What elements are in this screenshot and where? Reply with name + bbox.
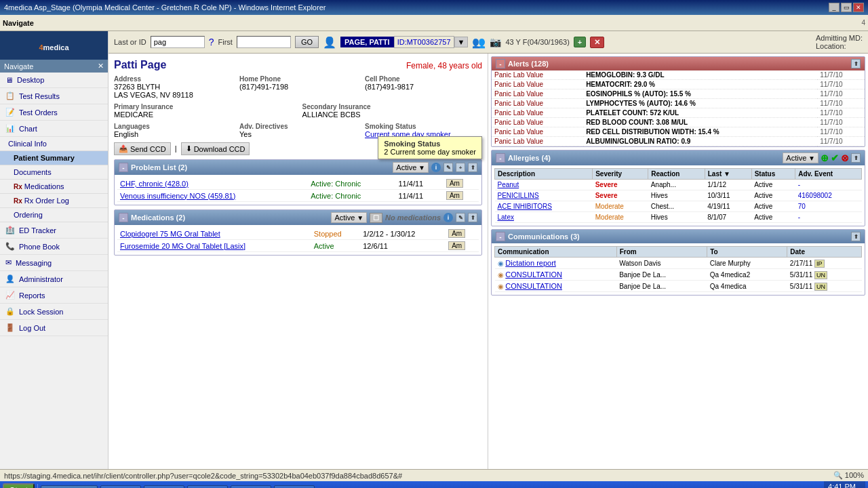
allergies-nkda-icon[interactable]: ⊗ [841,152,849,163]
allergy-name[interactable]: Latex [495,212,593,223]
taskbar-ie-btn[interactable]: e [187,485,228,489]
allergies-check-icon[interactable]: ✔ [831,152,839,163]
comm-name[interactable]: ◉ CONSULTATION [495,269,617,281]
taskbar-4medica-btn[interactable]: 4medica Asp... [41,485,98,489]
camera-icon: 📷 [490,37,501,47]
logout-icon: 🚪 [5,323,15,332]
secondary-insurance-label: Secondary Insurance [302,103,483,110]
allergy-last: 1/1/12 [705,180,751,190]
allergies-add-icon[interactable]: ⊕ [821,152,829,163]
allergy-name[interactable]: Peanut [495,180,593,190]
smoking-status-label: Smoking Status [365,123,482,130]
rx-icon: Rx [14,183,22,190]
allergy-name[interactable]: ACE INHIBITORS [495,201,593,212]
sidebar-item-clinical-info[interactable]: Clinical Info [0,137,108,151]
start-button[interactable]: Start [3,483,35,488]
medications-collapse-btn[interactable]: - [119,213,128,222]
alert-row: Panic Lab Value LYMPHOCYTES % (AUTO): 14… [492,99,865,108]
medications-expand-icon[interactable]: ⬆ [468,213,477,222]
send-icon: 📤 [119,144,128,153]
go-button[interactable]: GO [295,36,319,48]
download-ccd-button[interactable]: ⬇ Download CCD [181,142,250,155]
first-input[interactable] [237,36,291,48]
comm-from: Watson Davis [616,258,707,269]
comm-name[interactable]: ◉ Dictation report [495,258,617,269]
medications-section: - Medications (2) Active ▼ ☐ No medicati… [114,209,482,256]
sidebar-item-ordering[interactable]: Ordering [0,208,108,222]
window-title: 4medica Asp_Stage (Olympia Medical Cente… [4,3,326,12]
window-controls[interactable]: _ ▭ ✕ [829,3,864,12]
medications-filter-btn[interactable]: Active ▼ [331,212,367,223]
problem-list-collapse-btn[interactable]: - [119,163,128,172]
medications-info-icon[interactable]: i [443,213,453,222]
med-action[interactable]: Am [446,228,479,240]
med-name[interactable]: Furosemide 20 MG Oral Tablet [Lasix] [117,240,311,252]
problem-action[interactable]: Am [443,190,479,202]
contact-info-row: Address 37263 BLYTH LAS VEGAS, NV 89118 … [114,75,482,99]
nav-close-icon[interactable]: ✕ [98,62,104,70]
alerts-collapse-btn[interactable]: - [496,59,505,68]
problem-action[interactable]: Am [443,178,479,190]
sidebar-item-lock-session[interactable]: 🔒 Lock Session [0,304,108,320]
alerts-header: - Alerts (128) ⬆ [492,57,865,70]
sidebar-item-reports[interactable]: 📈 Reports [0,287,108,304]
no-meds-checkbox[interactable]: ☐ [370,213,382,223]
taskbar-outlook-btn[interactable]: Outlook [144,485,184,489]
problem-list-edit-icon[interactable]: ✎ [443,163,453,172]
allergies-collapse-btn[interactable]: - [496,153,505,163]
alert-test: EOSINOPHILS % (AUTO): 15.5 % [583,89,817,99]
sidebar-item-chart[interactable]: 📊 Chart [0,121,108,137]
alert-type: Panic Lab Value [492,70,583,80]
last-or-id-input[interactable] [151,36,205,48]
allergy-name[interactable]: PENICILLINS [495,190,593,201]
comm-to: Clare Murphy [707,258,787,269]
sidebar-item-medications[interactable]: Rx Medications [0,180,108,194]
restore-button[interactable]: ▭ [841,3,852,12]
sidebar-item-documents[interactable]: Documents [0,165,108,180]
allergy-reaction: Anaph... [648,180,705,190]
sidebar-item-desktop[interactable]: 🖥 Desktop [0,73,108,88]
secondary-insurance-block: Secondary Insurance ALLIANCE BCBS [302,103,483,119]
send-ccd-button[interactable]: 📤 Send CCD [114,142,171,155]
problem-list-info-icon[interactable]: i [431,163,441,172]
problem-name[interactable]: CHF, chronic (428.0) [117,178,308,190]
sidebar-item-ed-tracker[interactable]: 🏥 ED Tracker [0,222,108,239]
patient-dropdown-button[interactable]: ▼ [454,37,469,47]
med-action[interactable]: Am [446,240,479,252]
col-comm: Communication [495,247,617,258]
communications-table: Communication From To Date ◉ Dictation r… [494,246,862,292]
allergy-status: Active [751,180,795,190]
sidebar-item-messaging[interactable]: ✉ Messaging [0,255,108,271]
alerts-expand-icon[interactable]: ⬆ [851,59,861,68]
comm-date: 2/17/11 IP [787,258,862,269]
add-button[interactable]: + [574,37,586,47]
adv-directives-value: Yes [239,130,357,138]
allergies-expand-icon[interactable]: ⬆ [851,153,861,163]
alert-date: 11/7/10 [817,99,865,108]
problem-list-expand-icon[interactable]: ⬆ [468,163,477,172]
comm-name[interactable]: ◉ CONSULTATION [495,281,617,292]
taskbar-word-btn[interactable]: W [100,485,141,489]
med-name[interactable]: Clopidogrel 75 MG Oral Tablet [117,228,311,240]
sidebar-item-phone-book[interactable]: 📞 Phone Book [0,239,108,255]
remove-button[interactable]: ✕ [590,37,604,48]
sidebar-item-log-out[interactable]: 🚪 Log Out [0,320,108,336]
close-button[interactable]: ✕ [853,3,864,12]
taskbar-outlook2-btn[interactable]: Outlook [231,485,271,489]
problem-list-filter-btn[interactable]: Active ▼ [393,162,429,173]
problem-list-add-icon[interactable]: + [456,163,465,172]
sidebar-item-administrator[interactable]: 👤 Administrator [0,271,108,287]
sidebar-item-rx-order-log[interactable]: Rx Rx Order Log [0,194,108,208]
col-description: Description [495,169,593,180]
alert-test: ALBUMIN/GLOBULIN RATIO: 0.9 [583,137,817,146]
sidebar-item-test-results[interactable]: 📋 Test Results [0,88,108,104]
comm-collapse-btn[interactable]: - [496,232,505,241]
problem-name[interactable]: Venous insufficiency NOS (459.81) [117,190,308,202]
taskbar-app-btn[interactable]: App [274,485,315,489]
minimize-button[interactable]: _ [829,3,840,12]
medications-edit-icon[interactable]: ✎ [456,213,465,222]
allergies-filter-btn[interactable]: Active ▼ [783,152,818,163]
comm-expand-icon[interactable]: ⬆ [851,232,861,241]
sidebar-item-test-orders[interactable]: 📝 Test Orders [0,104,108,121]
sidebar-item-patient-summary[interactable]: Patient Summary [0,151,108,165]
